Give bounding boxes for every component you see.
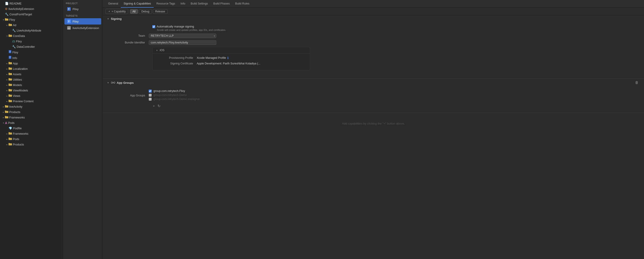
app-groups-chevron-icon: ▾ [106,81,110,84]
target-label: Flixy [72,20,79,23]
sidebar-item-ad[interactable]: Ad [0,22,63,28]
add-app-group-button[interactable]: + [152,104,155,108]
file-icon [8,137,12,141]
app-group-item-group2: group.com.retrytech.Demo [149,93,638,97]
file-icon [5,17,8,22]
refresh-app-groups-button[interactable]: ↻ [157,104,161,108]
app-group-checkbox-group1[interactable] [149,90,152,93]
chevron-icon [6,84,8,87]
app-groups-action-row: + ↻ [152,104,638,108]
chevron-icon [2,121,5,125]
sidebar-item-label: Podfile [13,126,22,131]
app-group-checkbox-group3[interactable] [149,98,152,101]
sidebar-item-models[interactable]: Models [0,82,63,88]
svg-rect-7 [9,58,10,58]
app-groups-header[interactable]: ▾ App Groups 🗑 [103,79,644,87]
target-item-liveactivityextension-target[interactable]: extliveActivityExtension [64,25,101,31]
sidebar-item-label: Preview Content [13,99,34,104]
signing-section-header[interactable]: ▾ Signing [103,15,644,22]
filter-all[interactable]: All [130,9,138,14]
app-group-label-group3: group.com.retrytech.Demo.onesignal [154,97,200,101]
sidebar-item-pods-group[interactable]: APods [0,120,63,126]
sidebar-item-viewmodels[interactable]: ViewModels [0,88,63,93]
svg-rect-5 [9,56,11,57]
add-capability-button[interactable]: ＋ + Capability [106,9,128,14]
auto-manage-checkbox[interactable] [152,25,155,28]
sidebar-item-products-pods[interactable]: Products [0,142,63,147]
sidebar-item-flixy-file[interactable]: Flixy [0,49,63,55]
filter-debug[interactable]: Debug [139,9,152,14]
info-icon[interactable]: ℹ [227,56,228,60]
file-icon [8,142,12,147]
sidebar-item-liveactivityextension-root[interactable]: ⚙liveActivityExtension [0,6,63,12]
sidebar-item-app[interactable]: App [0,61,63,66]
sidebar-item-liveactivity[interactable]: liveActivity [0,104,63,109]
chevron-icon [6,89,8,92]
sidebar-item-info[interactable]: Info [0,55,63,61]
tab-signing[interactable]: Signing & Capabilities [121,0,154,8]
sidebar-item-liveactivityattribute[interactable]: 🔧LiveActivityAttribute [0,28,63,33]
sidebar-item-products[interactable]: Products [0,109,63,115]
target-icon: ext [67,26,71,30]
app-groups-header-left: ▾ App Groups [106,80,134,85]
project-item-flixy[interactable]: FFlixy [64,6,101,12]
file-icon [8,72,12,77]
delete-app-groups-button[interactable]: 🗑 [633,81,640,85]
sidebar-item-podfile[interactable]: 💎Podfile [0,126,63,131]
ios-subsection-header[interactable]: ▾ iOS [152,47,310,53]
sidebar-item-coredata[interactable]: CoreData [0,33,63,39]
sidebar-item-frameworks[interactable]: Frameworks [0,115,63,120]
tab-build-settings[interactable]: Build Settings [188,0,210,8]
file-navigator[interactable]: 📄README⚙liveActivityExtension🔧ConstForAl… [0,0,63,259]
content-area[interactable]: ▾ Signing Automatically manage signing X… [103,15,644,259]
chevron-icon [6,94,8,97]
sidebar-item-views[interactable]: Views [0,93,63,99]
chevron-icon [2,18,5,21]
tab-general[interactable]: General [106,0,121,8]
sidebar-item-assets[interactable]: Assets [0,72,63,77]
sidebar-item-flixy-coredata[interactable]: 🗃Flixy [0,39,63,44]
sidebar-item-label: Flixy [12,50,18,55]
sidebar-item-pods-inner[interactable]: Pods [0,136,63,142]
app-groups-form-row: App Groups group.com.retrytech.Flixygrou… [108,89,638,102]
sidebar-item-flixy-group[interactable]: Flixy [0,17,63,22]
sidebar-item-readme[interactable]: 📄README [0,1,63,6]
tab-build-rules[interactable]: Build Rules [232,0,252,8]
sidebar-item-frameworks-pods[interactable]: Frameworks [0,131,63,136]
sidebar-item-label: Ad [13,23,16,27]
sidebar-item-datacontroller[interactable]: 🔧DataController [0,44,63,49]
tab-resource-tags[interactable]: Resource Tags [154,0,178,8]
app-groups-body: App Groups group.com.retrytech.Flixygrou… [103,87,644,113]
bundle-id-field[interactable] [149,40,216,45]
team-dropdown[interactable]: RETRYTECH LLP [149,33,216,38]
svg-text:F: F [68,20,70,23]
sidebar-item-label: Utilities [13,77,22,82]
filter-release[interactable]: Release [153,9,168,14]
chevron-icon [6,73,8,76]
provisioning-label: Provisioning Profile [156,56,197,59]
signing-section-body: Automatically manage signing Xcode will … [103,22,644,78]
file-icon [8,34,12,38]
app-group-checkbox-group2[interactable] [149,94,152,97]
file-icon: 🔧 [12,28,16,33]
chevron-icon [6,78,8,81]
app-groups-value: group.com.retrytech.Flixygroup.com.retry… [149,89,638,102]
bundle-id-label: Bundle Identifier [108,41,149,44]
sidebar-item-localization[interactable]: Localization [0,66,63,72]
project-panel: PROJECTFFlixyTARGETSFFlixyextliveActivit… [63,0,103,259]
tab-build-phases[interactable]: Build Phases [211,0,232,8]
file-icon [8,56,12,60]
chevron-icon [2,116,5,119]
sidebar-item-label: Products [9,110,20,114]
tab-info-tab[interactable]: Info [178,0,188,8]
target-item-flixy-target[interactable]: FFlixy [64,18,101,24]
provisioning-profile-text: Xcode Managed Profile [197,56,226,59]
chevron-icon [6,143,8,146]
provisioning-profile-row: Provisioning Profile Xcode Managed Profi… [156,56,306,60]
team-row: Team RETRYTECH LLP ▾ [108,33,638,38]
sidebar-item-constforalltarget[interactable]: 🔧ConstForAllTarget [0,12,63,17]
sidebar-item-utilities[interactable]: Utilities [0,77,63,82]
sidebar-item-preview-content[interactable]: Preview Content [0,99,63,104]
app-groups-label: App Groups [108,94,149,97]
app-groups-list: group.com.retrytech.Flixygroup.com.retry… [149,89,638,101]
